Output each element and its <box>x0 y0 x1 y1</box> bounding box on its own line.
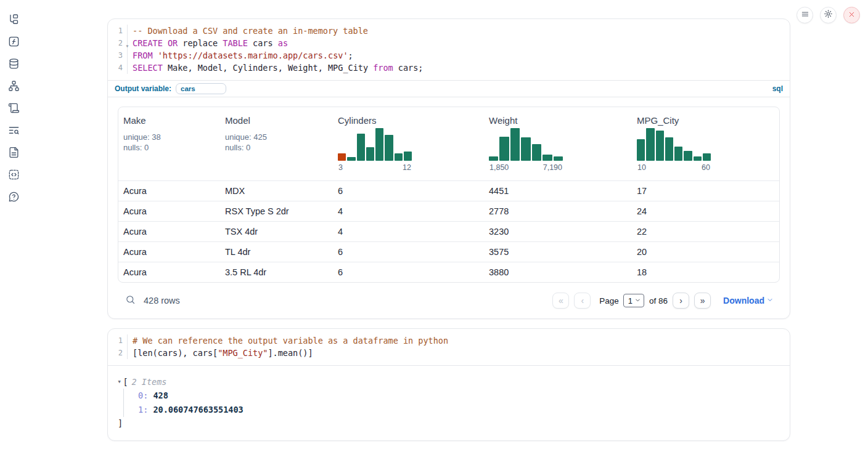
row-count: 428 rows <box>144 296 180 305</box>
tree-entry: 0: 428 <box>124 389 780 403</box>
page-total-label: of 86 <box>649 296 668 305</box>
histogram-bar[interactable] <box>637 139 645 161</box>
search-button[interactable] <box>125 294 136 307</box>
histogram-bar[interactable] <box>366 147 374 161</box>
sidebar-item-file-explorer[interactable] <box>7 14 20 27</box>
table-cell: 2778 <box>484 206 632 216</box>
histogram-bar[interactable] <box>489 156 498 161</box>
shutdown-button[interactable] <box>843 7 860 23</box>
histogram-bar[interactable] <box>375 128 383 161</box>
file-text-icon <box>8 147 20 161</box>
table-cell: 6 <box>333 267 484 277</box>
text-search-icon <box>8 124 20 139</box>
column-label[interactable]: Model <box>225 115 330 126</box>
histogram-bar[interactable] <box>684 151 692 161</box>
python-code-editor[interactable]: 1# We can reference the output variable … <box>108 329 790 365</box>
histogram-bar[interactable] <box>357 134 365 161</box>
output-variable-label: Output variable: <box>115 84 171 93</box>
sidebar-item-logs[interactable] <box>7 124 20 138</box>
table-row[interactable]: AcuraRSX Type S 2dr4277824 <box>118 201 779 221</box>
table-body: AcuraMDX6445117AcuraRSX Type S 2dr427782… <box>118 180 779 282</box>
sidebar-item-variables[interactable] <box>7 36 20 49</box>
histogram-bar[interactable] <box>338 153 346 161</box>
table-cell: 4 <box>333 206 484 216</box>
python-cell-output: ▼ [ 2 Items 0: 4281: 20.060747663551403 … <box>108 365 790 440</box>
line-number: 1 <box>108 334 127 347</box>
table-row[interactable]: AcuraTL 4dr6357520 <box>118 241 779 262</box>
histogram-bar[interactable] <box>521 137 530 161</box>
table-row[interactable]: Acura3.5 RL 4dr6388018 <box>118 262 779 282</box>
menu-button[interactable] <box>796 7 813 23</box>
first-page-button[interactable]: « <box>552 293 569 309</box>
code-square-icon <box>8 169 20 183</box>
histogram-bar[interactable] <box>674 147 682 161</box>
histogram-bar[interactable] <box>532 144 541 161</box>
left-sidebar <box>0 0 27 204</box>
table-header: Makeunique: 38nulls: 0Modelunique: 425nu… <box>118 107 779 180</box>
sidebar-item-help[interactable] <box>7 191 20 204</box>
download-label: Download <box>723 296 764 305</box>
page-select-value: 1 <box>628 296 633 305</box>
next-page-button[interactable]: › <box>673 293 689 309</box>
sql-cell-output: Makeunique: 38nulls: 0Modelunique: 425nu… <box>108 97 790 318</box>
histogram-bar[interactable] <box>499 137 509 161</box>
settings-button[interactable] <box>820 7 837 23</box>
code-line: 4SELECT Make, Model, Cylinders, Weight, … <box>108 62 790 74</box>
page-label: Page <box>599 296 619 305</box>
histogram-bar[interactable] <box>404 152 412 161</box>
axis-max-label: 60 <box>702 163 710 172</box>
histogram-bar[interactable] <box>646 128 654 161</box>
histogram-bar[interactable] <box>385 135 393 161</box>
column-header-cylinders: Cylinders 3 12 <box>333 107 484 180</box>
column-label[interactable]: Weight <box>489 115 629 126</box>
table-cell: 3230 <box>484 227 632 237</box>
histogram-bar[interactable] <box>554 156 563 161</box>
histogram-bar[interactable] <box>542 155 552 161</box>
histogram-bar[interactable] <box>694 156 702 161</box>
page-select[interactable]: 1 <box>623 294 644 307</box>
histogram-bar[interactable] <box>665 137 673 161</box>
table-cell: 4451 <box>484 186 632 196</box>
function-square-icon <box>8 36 20 50</box>
histogram-bar[interactable] <box>656 131 664 161</box>
column-label[interactable]: Cylinders <box>338 115 481 126</box>
axis-min-label: 10 <box>637 163 646 172</box>
table-footer: 428 rows « ‹ Page 1 of 86 › » Download <box>118 293 780 309</box>
table-cell: MDX <box>220 186 333 196</box>
histogram-bar[interactable] <box>347 157 355 161</box>
sidebar-item-snippets[interactable] <box>7 169 20 182</box>
column-label[interactable]: MPG_City <box>637 115 777 126</box>
sidebar-item-scratchpad[interactable] <box>7 102 20 116</box>
histogram-bar[interactable] <box>703 153 711 161</box>
last-page-button[interactable]: » <box>694 293 711 309</box>
line-number: 2 <box>108 347 127 359</box>
table-row[interactable]: AcuraTSX 4dr4323022 <box>118 221 779 241</box>
tree-icon <box>8 14 20 28</box>
sidebar-item-documentation[interactable] <box>7 147 20 160</box>
tree-entry: 1: 20.060747663551403 <box>124 403 780 417</box>
table-row[interactable]: AcuraMDX6445117 <box>118 180 779 201</box>
hamburger-icon <box>801 10 809 21</box>
table-cell: 24 <box>632 206 779 216</box>
table-cell: Acura <box>118 267 220 277</box>
histogram-bar[interactable] <box>510 128 520 161</box>
collapse-chevron-icon[interactable]: ▼ <box>118 376 121 387</box>
column-header-mpg_city: MPG_City 10 60 <box>632 107 779 180</box>
language-badge[interactable]: sql <box>772 84 783 93</box>
download-button[interactable]: Download <box>723 296 774 305</box>
prev-page-button[interactable]: ‹ <box>574 293 591 309</box>
table-cell: Acura <box>118 206 220 216</box>
sql-code-editor[interactable]: 1-- Download a CSV and create an in-memo… <box>108 19 790 80</box>
code-text: -- Download a CSV and create an in-memor… <box>128 25 368 37</box>
chevrons-left-icon: « <box>559 296 563 305</box>
histogram-bar[interactable] <box>395 153 403 161</box>
column-label[interactable]: Make <box>123 115 218 126</box>
tree-open-bracket: [ <box>123 375 128 389</box>
output-variable-bar: Output variable: sql <box>108 80 790 97</box>
table-cell: TL 4dr <box>220 247 333 257</box>
data-table: Makeunique: 38nulls: 0Modelunique: 425nu… <box>118 107 780 283</box>
sidebar-item-dependency-graph[interactable] <box>7 80 20 94</box>
output-variable-input[interactable] <box>176 83 226 94</box>
table-cell: 20 <box>632 247 779 257</box>
sidebar-item-datasources[interactable] <box>7 58 20 71</box>
